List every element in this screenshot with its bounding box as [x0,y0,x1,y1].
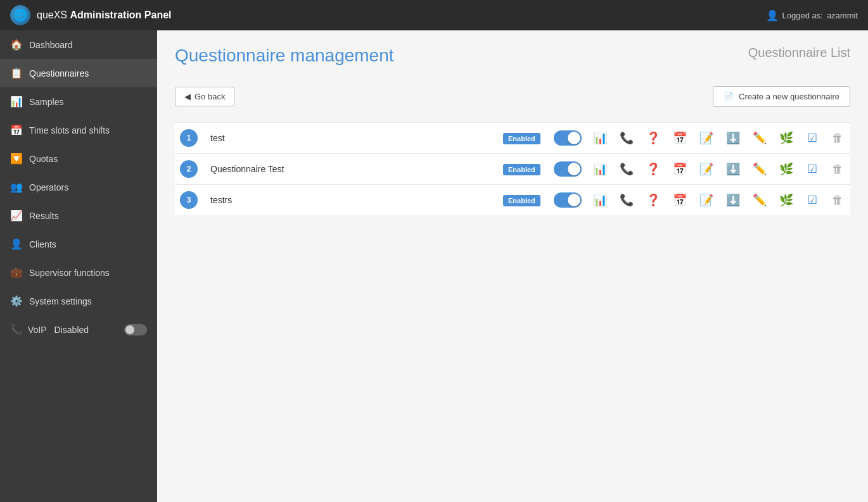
check-icon[interactable]: ☑ [806,192,819,208]
calendar-cell[interactable]: 📅 [667,154,693,185]
enabled-toggle[interactable] [554,130,582,146]
sidebar-item-system[interactable]: ⚙️ System settings [0,287,157,315]
check-cell[interactable]: ☑ [800,154,825,185]
notes-icon[interactable]: 📝 [698,130,715,146]
edit-cell[interactable]: ✏️ [746,185,773,216]
stats-cell[interactable]: 📊 [587,123,613,154]
sidebar-item-clients[interactable]: 👤 Clients [0,230,157,258]
app-logo: 🌐 [10,5,30,25]
notes-cell[interactable]: 📝 [693,123,720,154]
sidebar-item-supervisor[interactable]: 💼 Supervisor functions [0,258,157,287]
check-icon[interactable]: ☑ [806,130,819,146]
status-badge: Enabled [503,195,540,206]
sidebar-item-results[interactable]: 📈 Results [0,201,157,230]
username: azammit [827,11,858,20]
questionnaire-name: testrs [208,195,232,205]
check-cell[interactable]: ☑ [800,123,825,154]
phone-cell[interactable]: 📞 [613,154,640,185]
toggle-cell[interactable] [549,154,587,185]
edit-icon[interactable]: ✏️ [751,161,768,177]
sidebar-item-operators[interactable]: 👥 Operators [0,173,157,201]
sidebar-label-samples: Samples [29,97,63,107]
calendar-cell[interactable]: 📅 [667,185,693,216]
sidebar-item-dashboard[interactable]: 🏠 Dashboard [0,30,157,59]
download-icon[interactable]: ⬇️ [725,192,741,208]
notes-icon[interactable]: 📝 [698,161,715,177]
phone-icon[interactable]: 📞 [618,161,635,177]
help-cell[interactable]: ❓ [640,154,667,185]
calendar-cell[interactable]: 📅 [667,123,693,154]
questionnaire-table: 1 test Enabled 📊 📞 [175,122,850,215]
toggle-cell[interactable] [549,185,587,216]
stats-cell[interactable]: 📊 [587,185,613,216]
edit-cell[interactable]: ✏️ [746,123,773,154]
notes-icon[interactable]: 📝 [698,192,715,208]
leaf-cell[interactable]: 🌿 [773,123,800,154]
questionnaire-name: test [208,133,225,143]
check-cell[interactable]: ☑ [800,185,825,216]
leaf-icon[interactable]: 🌿 [778,130,795,146]
toggle-cell[interactable] [549,123,587,154]
phone-icon[interactable]: 📞 [618,130,635,146]
sidebar-item-questionnaires[interactable]: 📋 Questionnaires [0,59,157,87]
phone-cell[interactable]: 📞 [613,185,640,216]
help-icon[interactable]: ❓ [645,192,661,208]
sidebar-item-timeslots[interactable]: 📅 Time slots and shifts [0,116,157,144]
delete-icon[interactable]: 🗑 [831,192,845,208]
questionnaire-name-cell: testrs [203,185,498,216]
leaf-icon[interactable]: 🌿 [778,161,795,177]
download-cell[interactable]: ⬇️ [720,123,746,154]
sidebar-voip-toggle[interactable]: 📞 VoIP Disabled [0,315,157,344]
notes-cell[interactable]: 📝 [693,185,720,216]
help-cell[interactable]: ❓ [640,185,667,216]
row-number: 1 [180,129,198,147]
enabled-toggle[interactable] [554,192,582,208]
calendar-icon[interactable]: 📅 [672,130,688,146]
results-icon: 📈 [10,210,23,222]
stats-icon[interactable]: 📊 [592,161,608,177]
phone-icon[interactable]: 📞 [618,192,635,208]
go-back-button[interactable]: ◀ Go back [175,87,234,106]
enabled-toggle[interactable] [554,161,582,177]
download-icon[interactable]: ⬇️ [725,161,741,177]
dashboard-icon: 🏠 [10,39,23,51]
header-right: 👤 Logged as: azammit [766,9,858,22]
stats-icon[interactable]: 📊 [592,130,608,146]
edit-cell[interactable]: ✏️ [746,154,773,185]
go-back-label: Go back [195,92,225,101]
delete-cell[interactable]: 🗑 [825,185,850,216]
edit-icon[interactable]: ✏️ [751,130,768,146]
page-subtitle: Questionnaire List [748,46,850,60]
voip-label: VoIP [28,325,47,335]
leaf-cell[interactable]: 🌿 [773,185,800,216]
stats-cell[interactable]: 📊 [587,154,613,185]
voip-switch[interactable] [124,324,147,336]
notes-cell[interactable]: 📝 [693,154,720,185]
help-icon[interactable]: ❓ [645,130,661,146]
questionnaire-name-cell: test [203,123,498,154]
go-back-arrow-icon: ◀ [184,92,191,101]
sidebar-item-quotas[interactable]: 🔽 Quotas [0,144,157,173]
delete-cell[interactable]: 🗑 [825,154,850,185]
phone-cell[interactable]: 📞 [613,123,640,154]
header: 🌐 queXS Administration Panel 👤 Logged as… [0,0,868,30]
delete-cell[interactable]: 🗑 [825,123,850,154]
check-icon[interactable]: ☑ [806,161,819,177]
calendar-icon[interactable]: 📅 [672,192,688,208]
delete-icon[interactable]: 🗑 [831,130,845,146]
sidebar-item-samples[interactable]: 📊 Samples [0,87,157,116]
stats-icon[interactable]: 📊 [592,192,608,208]
download-icon[interactable]: ⬇️ [725,130,741,146]
voip-status: Disabled [54,325,89,335]
calendar-icon[interactable]: 📅 [672,161,688,177]
status-cell: Enabled [498,154,549,185]
help-icon[interactable]: ❓ [645,161,661,177]
download-cell[interactable]: ⬇️ [720,185,746,216]
download-cell[interactable]: ⬇️ [720,154,746,185]
leaf-icon[interactable]: 🌿 [778,192,795,208]
leaf-cell[interactable]: 🌿 [773,154,800,185]
edit-icon[interactable]: ✏️ [751,192,768,208]
delete-icon[interactable]: 🗑 [831,161,845,177]
create-questionnaire-button[interactable]: 📄 Create a new questionnaire [713,86,850,107]
help-cell[interactable]: ❓ [640,123,667,154]
